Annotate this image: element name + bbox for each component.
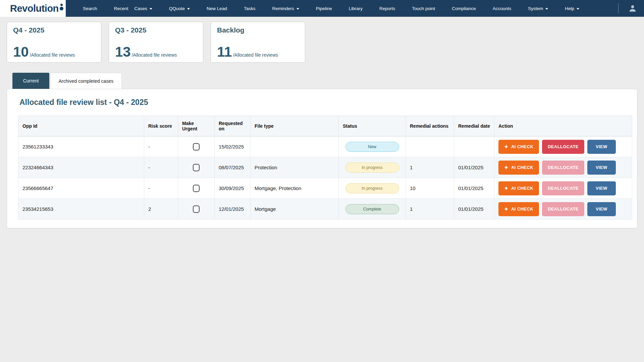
column-header-status: Status xyxy=(339,116,406,136)
sparkle-icon: ✦ xyxy=(504,186,508,191)
ai-check-button[interactable]: ✦AI CHECK xyxy=(498,181,539,195)
nav-item-label: Pipeline xyxy=(316,6,332,11)
nav-item-label: Recent xyxy=(114,6,128,11)
chevron-down-icon xyxy=(577,8,579,10)
cell-opp-id: 22324664343 xyxy=(18,157,144,178)
logo[interactable]: Revolution xyxy=(0,0,66,17)
cell-opp-id: 23566665647 xyxy=(18,178,144,199)
chevron-down-icon xyxy=(297,8,299,10)
column-header-make-urgent: Make Urgent xyxy=(178,116,215,136)
cell-risk-score: - xyxy=(144,136,178,157)
cell-file-type xyxy=(251,136,339,157)
nav-item-label: Cases xyxy=(135,6,147,11)
chevron-down-icon xyxy=(150,8,152,10)
nav-item-label: Reports xyxy=(379,6,395,11)
nav-item-system[interactable]: System xyxy=(520,0,556,17)
view-button[interactable]: VIEW xyxy=(587,181,616,195)
table-row: 22324664343-08/07/2025ProtectionIn progr… xyxy=(18,157,632,178)
tabs: CurrentArchived completed cases xyxy=(12,73,644,89)
nav-item-label: New Lead xyxy=(207,6,227,11)
make-urgent-checkbox[interactable] xyxy=(193,205,200,213)
logo-dots-icon xyxy=(59,3,64,14)
nav-divider xyxy=(618,3,619,13)
cell-file-type: Mortgage xyxy=(251,199,339,220)
sparkle-icon: ✦ xyxy=(504,206,508,212)
column-header-file-type: File type xyxy=(251,116,339,136)
nav-item-tasks[interactable]: Tasks xyxy=(235,0,264,17)
nav-item-label: Search xyxy=(83,6,97,11)
cell-action: ✦AI CHECKDEALLOCATEVIEW xyxy=(494,157,632,178)
nav-item-label: Help xyxy=(565,6,574,11)
tab-archived-completed-cases[interactable]: Archived completed cases xyxy=(50,73,122,89)
cell-remedial-actions: 1 xyxy=(406,157,454,178)
table-row: 23566665647-30/09/2025Mortgage, Protecti… xyxy=(18,178,632,199)
cell-make-urgent xyxy=(178,136,215,157)
deallocate-button[interactable]: DEALLOCATE xyxy=(542,161,584,175)
card-value: 10 xyxy=(13,45,29,59)
view-button[interactable]: VIEW xyxy=(587,140,616,154)
table-row: 23561233343-15/02/2025New✦AI CHECKDEALLO… xyxy=(18,136,632,157)
cell-status: New xyxy=(339,136,406,157)
cell-remedial-date: 01/01/2025 xyxy=(454,178,494,199)
ai-check-label: AI CHECK xyxy=(511,144,533,149)
card-value-row: 10/Allocated file reviews xyxy=(13,45,75,59)
sparkle-icon: ✦ xyxy=(504,144,508,149)
summary-card-backlog: Backlog11/Allocated file reviews xyxy=(211,22,305,63)
nav-item-qquote[interactable]: QQuote xyxy=(161,0,198,17)
column-header-remedial-actions: Remedial actions xyxy=(406,116,454,136)
card-suffix: /Allocated file reviews xyxy=(132,52,177,58)
nav-item-reminders[interactable]: Reminders xyxy=(264,0,307,17)
nav-item-label: QQuote xyxy=(169,6,185,11)
deallocate-button[interactable]: DEALLOCATE xyxy=(542,181,584,195)
ai-check-label: AI CHECK xyxy=(511,206,533,212)
nav-item-reports[interactable]: Reports xyxy=(371,0,404,17)
review-panel: Allocated file review list - Q4 - 2025 O… xyxy=(7,89,637,228)
deallocate-button[interactable]: DEALLOCATE xyxy=(542,202,584,216)
nav-item-new-lead[interactable]: New Lead xyxy=(198,0,235,17)
nav-item-library[interactable]: Library xyxy=(340,0,371,17)
summary-card-q4-2025: Q4 - 202510/Allocated file reviews xyxy=(7,22,101,63)
nav-item-accounts[interactable]: Accounts xyxy=(484,0,520,17)
nav-item-compliance[interactable]: Compliance xyxy=(443,0,484,17)
sparkle-icon: ✦ xyxy=(504,165,508,170)
cell-make-urgent xyxy=(178,178,215,199)
ai-check-button[interactable]: ✦AI CHECK xyxy=(498,202,539,216)
ai-check-button[interactable]: ✦AI CHECK xyxy=(498,140,539,154)
card-value: 13 xyxy=(115,45,131,59)
cell-action: ✦AI CHECKDEALLOCATEVIEW xyxy=(494,136,632,157)
user-menu-button[interactable] xyxy=(626,2,639,15)
status-badge: In progress xyxy=(345,163,399,173)
ai-check-button[interactable]: ✦AI CHECK xyxy=(498,161,539,175)
nav-item-help[interactable]: Help xyxy=(556,0,588,17)
cell-risk-score: 2 xyxy=(144,199,178,220)
make-urgent-checkbox[interactable] xyxy=(193,143,200,150)
nav-item-search[interactable]: Search xyxy=(74,0,106,17)
action-buttons: ✦AI CHECKDEALLOCATEVIEW xyxy=(498,181,628,195)
make-urgent-checkbox[interactable] xyxy=(193,185,200,192)
cell-status: In progress xyxy=(339,178,406,199)
nav-item-label: Library xyxy=(349,6,363,11)
cell-file-type: Mortgage, Protection xyxy=(251,178,339,199)
nav-item-cases[interactable]: Cases xyxy=(131,0,161,17)
cell-requested-on: 12/01/2025 xyxy=(215,199,251,220)
nav-right xyxy=(618,0,644,17)
view-button[interactable]: VIEW xyxy=(587,202,616,216)
nav-item-recent[interactable]: Recent xyxy=(106,0,131,17)
action-buttons: ✦AI CHECKDEALLOCATEVIEW xyxy=(498,202,628,216)
table-header-row: Opp IdRisk scoreMake UrgentRequested onF… xyxy=(18,116,632,136)
card-title: Q4 - 2025 xyxy=(13,26,95,34)
status-badge: In progress xyxy=(345,183,399,193)
nav-item-touch-point[interactable]: Touch point xyxy=(404,0,443,17)
tab-current[interactable]: Current xyxy=(12,73,49,89)
make-urgent-checkbox[interactable] xyxy=(193,164,200,171)
review-table: Opp IdRisk scoreMake UrgentRequested onF… xyxy=(18,116,632,220)
status-badge: New xyxy=(345,142,399,152)
nav-item-label: Reminders xyxy=(272,6,294,11)
cell-requested-on: 30/09/2025 xyxy=(215,178,251,199)
nav-item-pipeline[interactable]: Pipeline xyxy=(308,0,340,17)
cell-action: ✦AI CHECKDEALLOCATEVIEW xyxy=(494,178,632,199)
deallocate-button[interactable]: DEALLOCATE xyxy=(542,140,584,154)
cell-status: Complete xyxy=(339,199,406,220)
action-buttons: ✦AI CHECKDEALLOCATEVIEW xyxy=(498,161,628,175)
view-button[interactable]: VIEW xyxy=(587,161,616,175)
